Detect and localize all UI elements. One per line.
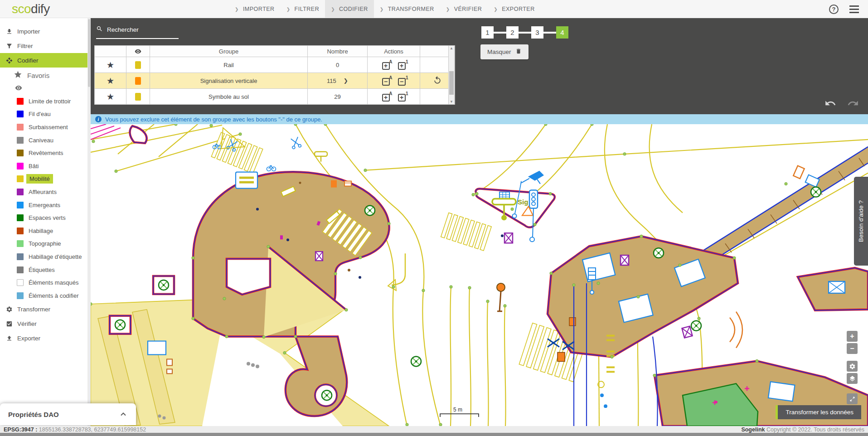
header-star (95, 46, 126, 57)
star-icon[interactable]: ★ (107, 60, 114, 70)
transform-data-button[interactable]: Transformer les données (776, 405, 861, 419)
plus-one-button[interactable]: +1 (398, 94, 406, 102)
layer-item[interactable]: Revêtements (0, 146, 91, 160)
zoom-in-button[interactable]: + (847, 331, 858, 342)
nav-item-codifier[interactable]: ❯CODIFIER (325, 0, 374, 18)
lollipop-sign-icon[interactable] (497, 283, 505, 311)
layer-item[interactable]: Caniveau (0, 134, 91, 147)
redo-button[interactable] (847, 97, 859, 111)
group-name-cell[interactable]: Symbole au sol (150, 89, 308, 105)
group-row[interactable]: ★Signalisation verticale115❯−A−1 (95, 73, 455, 89)
sign-icon (315, 152, 327, 162)
layer-item[interactable]: Espaces verts (0, 211, 91, 224)
app-logo: scodify (12, 2, 50, 16)
scrollbar-thumb[interactable] (449, 71, 454, 95)
pedestrian-crossing[interactable] (441, 213, 491, 251)
menu-icon[interactable] (849, 5, 859, 13)
reset-button[interactable] (433, 76, 442, 86)
layer-item[interactable]: Emergeants (0, 199, 91, 212)
star-icon[interactable]: ★ (107, 92, 114, 102)
swatch-cell[interactable] (126, 73, 150, 89)
expand-chevron-icon[interactable]: ❯ (344, 78, 348, 84)
scroll-down-icon[interactable]: ▼ (449, 100, 454, 104)
layer-item[interactable]: Habillage d'étiquette (0, 250, 91, 263)
map-layers-button[interactable] (847, 373, 858, 384)
layer-label: Surbaissement (29, 124, 68, 131)
help-tab[interactable]: Besoin d'aide ? (854, 177, 868, 266)
sidebar-item-favoris[interactable]: Favoris (0, 68, 91, 83)
chevron-up-icon[interactable] (119, 410, 128, 419)
sidebar-item-label: Codifier (17, 57, 39, 64)
step-1[interactable]: 1 (481, 26, 494, 39)
map-viewport[interactable]: Sig (91, 124, 868, 426)
group-count: 115 (327, 78, 336, 84)
search-input[interactable] (107, 26, 175, 33)
sidebar-item-exporter[interactable]: Exporter (0, 331, 91, 346)
group-table-body: ★Rail0+A+1★Signalisation verticale115❯−A… (95, 57, 455, 105)
group-actions-cell: +A+1 (368, 57, 420, 73)
group-actions-cell: +A+1 (368, 89, 420, 105)
table-scrollbar[interactable]: ▲ ▼ (448, 45, 455, 105)
layer-item[interactable]: Éléments masqués (0, 276, 91, 289)
turn-arrow[interactable] (388, 253, 405, 291)
pedestrian-crossing[interactable] (211, 132, 263, 174)
star-icon[interactable]: ★ (107, 76, 114, 86)
group-color-swatch (135, 93, 141, 101)
scale-bar: 5 m (440, 407, 479, 417)
swatch-cell[interactable] (126, 57, 150, 73)
map-canvas[interactable]: Sig (91, 124, 868, 426)
dao-properties-panel[interactable]: Propriétés DAO (0, 403, 136, 425)
layer-item[interactable]: Mobilité (0, 173, 91, 186)
plus-one-button[interactable]: +1 (398, 62, 406, 70)
layer-item[interactable]: Habillage (0, 224, 91, 237)
group-name-cell[interactable]: Signalisation verticale (150, 73, 308, 89)
step-3[interactable]: 3 (531, 26, 543, 39)
layer-color-swatch (17, 214, 24, 221)
favorite-cell[interactable]: ★ (95, 89, 126, 105)
layer-item[interactable]: Surbaissement (0, 121, 91, 134)
zoom-out-button[interactable]: − (847, 343, 858, 354)
bottom-scrollbar[interactable] (0, 433, 868, 436)
nav-item-filtrer[interactable]: ❯FILTRER (281, 0, 325, 18)
scissor-mark-icon (290, 137, 301, 149)
sidebar-item-filtrer[interactable]: Filtrer (0, 39, 91, 53)
layer-color-swatch (17, 202, 24, 208)
layer-item[interactable]: Éléments à codifier (0, 289, 91, 302)
nav-item-importer[interactable]: ❯IMPORTER (229, 0, 281, 18)
fullscreen-button[interactable] (847, 393, 858, 404)
step-4[interactable]: 4 (556, 26, 568, 39)
swatch-cell[interactable] (126, 89, 150, 105)
sidebar-item-vérifier[interactable]: Vérifier (0, 317, 91, 331)
layer-item[interactable]: Fil d'eau (0, 108, 91, 121)
help-icon[interactable]: ? (829, 5, 839, 14)
layer-item[interactable]: Limite de trottoir (0, 95, 91, 108)
nav-item-transformer[interactable]: ❯TRANSFORMER (374, 0, 440, 18)
group-row[interactable]: ★Rail0+A+1 (95, 57, 455, 73)
layer-item[interactable]: Étiquettes (0, 263, 91, 276)
step-2[interactable]: 2 (506, 26, 519, 39)
minus-all-button[interactable]: −A (382, 78, 390, 86)
sidebar-scrollbar[interactable] (87, 18, 91, 426)
group-row[interactable]: ★Symbole au sol29+A+1 (95, 89, 455, 105)
favorite-cell[interactable]: ★ (95, 73, 126, 89)
minus-one-button[interactable]: −1 (398, 78, 406, 86)
sidebar-item-importer[interactable]: Importer (0, 24, 91, 39)
sidebar-item-transformer[interactable]: Transformer (0, 302, 91, 317)
nav-item-vérifier[interactable]: ❯VÉRIFIER (440, 0, 488, 18)
undo-button[interactable] (824, 97, 836, 111)
group-name-cell[interactable]: Rail (150, 57, 308, 73)
plus-all-button[interactable]: +A (382, 62, 390, 70)
scroll-up-icon[interactable]: ▲ (449, 46, 454, 50)
masquer-button[interactable]: Masquer (480, 44, 529, 59)
layer-item[interactable]: Bâti (0, 160, 91, 173)
nav-item-exporter[interactable]: ❯EXPORTER (488, 0, 540, 18)
layer-item[interactable]: Affleurants (0, 185, 91, 199)
map-settings-button[interactable] (847, 361, 858, 372)
sidewalk-island-right[interactable] (548, 236, 738, 357)
layer-item[interactable]: Topographie (0, 237, 91, 251)
layer-color-swatch (17, 124, 24, 131)
visibility-toggle[interactable] (0, 83, 91, 95)
favorite-cell[interactable]: ★ (95, 57, 126, 73)
plus-all-button[interactable]: +A (382, 94, 390, 102)
sidebar-item-codifier[interactable]: Codifier (0, 53, 91, 68)
